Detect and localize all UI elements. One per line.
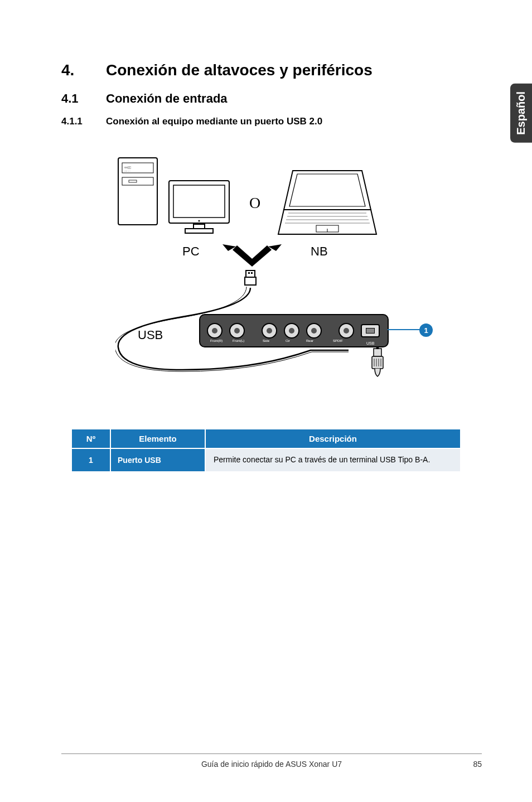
usb-plug-icon <box>369 347 386 378</box>
svg-rect-7 <box>173 185 225 218</box>
cell-desc: Permite conectar su PC a través de un te… <box>205 448 461 472</box>
nb-label: NB <box>311 244 328 259</box>
page-content: 4. Conexión de altavoces y periféricos 4… <box>0 0 532 472</box>
heading3-text: Conexión al equipo mediante un puerto US… <box>106 116 322 127</box>
jack-rear <box>306 323 322 339</box>
section-heading-4-1-1: 4.1.1 Conexión al equipo mediante un pue… <box>61 116 471 127</box>
svg-rect-23 <box>246 270 255 277</box>
connection-diagram: ⎊⎊⍁⎕ ◦◦◦◦ ◦ ◦ O PC NB <box>93 144 439 406</box>
svg-rect-26 <box>251 272 253 274</box>
section-heading-4-1: 4.1 Conexión de entrada <box>61 91 471 106</box>
th-item: Elemento <box>110 429 205 448</box>
page-number: 85 <box>460 760 482 769</box>
heading2-text: Conexión de entrada <box>106 91 228 106</box>
or-label: O <box>249 194 260 212</box>
heading3-number: 4.1.1 <box>61 116 106 127</box>
svg-rect-9 <box>194 224 205 229</box>
language-side-tab: Español <box>510 84 532 143</box>
heading2-number: 4.1 <box>61 91 106 106</box>
svg-text:⎊⎊⍁⎕: ⎊⎊⍁⎕ <box>124 166 131 169</box>
laptop-icon <box>277 166 378 239</box>
svg-marker-12 <box>289 174 365 206</box>
port-label-front-r: Front(R) <box>210 339 223 342</box>
page-footer: Guía de inicio rápido de ASUS Xonar U7 8… <box>61 753 482 769</box>
jack-side <box>262 323 277 339</box>
port-label-front-l: Front(L) <box>233 339 244 342</box>
svg-rect-10 <box>185 229 213 233</box>
cell-no: 1 <box>71 448 110 472</box>
th-desc: Descripción <box>205 429 461 448</box>
section-heading-4: 4. Conexión de altavoces y periféricos <box>61 61 471 79</box>
svg-point-8 <box>199 220 200 222</box>
jack-ctr <box>284 323 299 339</box>
arrows-icon <box>221 244 283 272</box>
jack-front-r <box>207 323 223 339</box>
pc-tower-icon: ⎊⎊⍁⎕ ◦◦◦◦ ◦ ◦ <box>115 155 160 228</box>
port-label-rear: Rear <box>306 339 313 342</box>
heading1-number: 4. <box>61 61 106 79</box>
port-label-usb: USB <box>366 341 374 345</box>
pc-label: PC <box>182 244 200 259</box>
heading1-text: Conexión de altavoces y periféricos <box>106 61 373 79</box>
jack-front-l <box>229 323 245 339</box>
port-label-side: Side <box>263 339 269 342</box>
svg-marker-34 <box>376 347 379 349</box>
svg-rect-28 <box>372 356 383 369</box>
svg-text:◦◦◦◦ ◦ ◦: ◦◦◦◦ ◦ ◦ <box>124 170 130 172</box>
usb-label: USB <box>138 328 163 342</box>
svg-marker-20 <box>233 245 272 267</box>
cell-item: Puerto USB <box>110 448 205 472</box>
monitor-icon <box>166 177 233 239</box>
svg-rect-25 <box>248 272 250 274</box>
callout-badge-1: 1 <box>419 323 433 337</box>
jack-spdif <box>338 323 354 339</box>
svg-rect-27 <box>374 349 381 356</box>
port-label-spdif: SPDIF <box>333 339 343 342</box>
port-label-ctr: Ctr <box>286 339 290 342</box>
callout-line <box>388 329 421 330</box>
device-rear-panel <box>199 314 389 347</box>
th-no: Nº <box>71 429 110 448</box>
port-table: Nº Elemento Descripción 1 Puerto USB Per… <box>71 428 461 472</box>
usb-port <box>361 324 380 337</box>
footer-title: Guía de inicio rápido de ASUS Xonar U7 <box>84 760 460 769</box>
table-row: 1 Puerto USB Permite conectar su PC a tr… <box>71 448 461 472</box>
